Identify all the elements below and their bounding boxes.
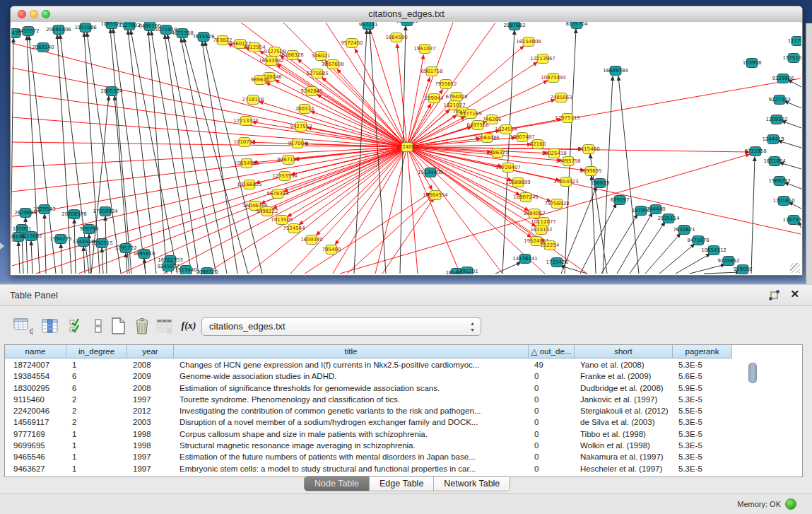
graph-node[interactable]: 2069140 [32, 43, 54, 52]
table-cell[interactable]: de Silva et al. (2003) [575, 416, 673, 428]
graph-node[interactable]: 17975115 [555, 114, 580, 123]
graph-node[interactable]: 9115460 [577, 145, 599, 154]
table-cell[interactable]: Tourette syndrome. Phenomenology and cla… [174, 394, 529, 405]
graph-node[interactable]: 9427552 [290, 122, 312, 132]
table-selector-dropdown[interactable]: citations_edges.txt ▲▼ [201, 317, 481, 336]
graph-node[interactable]: 9245652 [717, 257, 739, 266]
table-cell[interactable]: 1 [66, 463, 127, 474]
table-cell[interactable]: 22420046 [5, 405, 66, 416]
graph-node[interactable]: 9572400 [341, 39, 363, 48]
graph-node[interactable]: 280314 [295, 105, 314, 114]
table-cell[interactable]: Franke et al. (2009) [575, 370, 673, 382]
graph-node[interactable]: 17359924 [93, 207, 118, 216]
table-cell[interactable]: 6 [66, 382, 127, 394]
network-canvas[interactable]: 1943559435572206914020691406195108610653… [11, 22, 801, 274]
table-cell[interactable]: 1 [66, 451, 127, 462]
table-cell[interactable]: 9115460 [5, 394, 66, 405]
table-cell[interactable]: 5.3E-5 [673, 416, 732, 428]
graph-node[interactable]: 1575107 [782, 54, 801, 63]
table-cell[interactable]: 5.3E-5 [673, 451, 732, 462]
graph-node[interactable]: 10025418 [541, 149, 567, 158]
column-visibility-button[interactable] [40, 315, 61, 337]
delete-column-button[interactable] [131, 315, 153, 337]
graph-node[interactable]: 10807487 [510, 133, 535, 142]
table-cell[interactable]: Estimation of significance thresholds fo… [174, 382, 529, 394]
graph-node[interactable]: 1610539 [396, 22, 418, 26]
graph-node[interactable]: 12213967 [530, 54, 555, 64]
column-header-in-degree[interactable]: in_degree [66, 345, 127, 358]
table-row[interactable]: 946554611997Estimation of the future num… [5, 451, 732, 462]
table-cell[interactable]: 2008 [127, 382, 174, 394]
table-cell[interactable]: 5.3E-5 [673, 428, 732, 440]
graph-node[interactable]: 9699695 [579, 167, 601, 176]
table-cell[interactable]: Stergiakouli et al. (2012) [575, 405, 673, 416]
select-rows-button[interactable] [66, 315, 88, 337]
table-row[interactable]: 969969511998Structural magnetic resonanc… [5, 440, 732, 451]
graph-node[interactable]: 111753 [788, 37, 801, 46]
table-cell[interactable]: 9699695 [5, 440, 66, 451]
table-cell[interactable]: 2008 [127, 359, 174, 370]
window-titlebar[interactable]: citations_edges.txt [11, 6, 802, 23]
table-cell[interactable]: 18724007 [5, 359, 66, 370]
table-row[interactable]: 1830029562008Estimation of significance … [5, 382, 732, 394]
table-cell[interactable]: Nakamura et al. (1997) [575, 451, 673, 462]
column-header-name[interactable]: name [5, 345, 66, 358]
table-cell[interactable]: 2003 [127, 416, 174, 428]
table-cell[interactable]: Wolkin et al. (1998) [575, 440, 673, 451]
table-cell[interactable]: 9465546 [5, 451, 66, 462]
table-cell[interactable]: 5.3E-5 [673, 359, 732, 370]
graph-node[interactable]: 62160 [530, 140, 546, 149]
column-header-title[interactable]: title [174, 345, 529, 358]
graph-node[interactable]: 1913505 [271, 216, 293, 225]
graph-node[interactable]: 2005334 [100, 87, 123, 96]
graph-node[interactable]: 10654985 [234, 159, 259, 168]
graph-node[interactable]: 6794028 [445, 93, 467, 102]
graph-node[interactable]: 1701650 [772, 197, 794, 206]
vertical-scrollbar-thumb[interactable] [748, 363, 757, 383]
table-cell[interactable]: Embryonic stem cells: a model to study s… [174, 463, 529, 474]
table-cell[interactable]: 1997 [127, 451, 174, 462]
table-cell[interactable]: 0 [529, 463, 575, 474]
graph-node[interactable]: 153958 [743, 59, 762, 68]
graph-node[interactable]: 909758 [80, 225, 99, 234]
table-mode-button[interactable]: ⚙ [13, 315, 34, 337]
table-cell[interactable]: Changes of HCN gene expression and I(f) … [174, 359, 529, 370]
table-row[interactable]: 1456911722003Disruption of a novel membe… [5, 416, 732, 428]
table-cell[interactable]: 9463627 [5, 463, 66, 474]
graph-node[interactable]: 957231 [359, 22, 378, 30]
graph-node[interactable]: 2087682 [503, 22, 525, 30]
table-row[interactable]: 1938455462009Genome-wide association stu… [5, 370, 732, 382]
table-cell[interactable]: 1 [66, 440, 127, 451]
graph-node[interactable]: 79756928 [544, 199, 570, 209]
graph-node[interactable]: 1327802 [118, 22, 140, 30]
graph-node[interactable]: 1167534 [782, 216, 801, 225]
table-cell[interactable]: 0 [529, 394, 575, 405]
table-cell[interactable]: Investigating the contribution of common… [174, 405, 529, 416]
hidden-panel-toggle-icon[interactable] [0, 243, 4, 250]
graph-node[interactable]: 10654112 [701, 246, 726, 255]
graph-node[interactable]: 795400 [322, 245, 341, 255]
table-cell[interactable]: Yano et al. (2008) [575, 359, 673, 370]
graph-node[interactable]: 1594275 [49, 235, 71, 244]
table-cell[interactable]: 2012 [127, 405, 174, 416]
table-cell[interactable]: 2 [66, 405, 127, 416]
table-row[interactable]: 1872400712008Changes of HCN gene express… [5, 359, 732, 370]
graph-node[interactable]: 6961758 [420, 67, 442, 76]
graph-node[interactable]: 7632621 [673, 226, 695, 235]
window-resize-grip[interactable] [790, 263, 800, 273]
graph-node[interactable]: 8471676 [687, 236, 710, 245]
table-cell[interactable]: 5.3E-5 [673, 394, 732, 405]
graph-node[interactable]: 1929543 [33, 205, 55, 214]
graph-node[interactable]: 1664590 [385, 33, 407, 42]
column-header-short[interactable]: short [575, 345, 673, 358]
table-cell[interactable]: Hescheler et al. (1997) [575, 463, 673, 474]
table-row[interactable]: 946362711997Embryonic stem cells: a mode… [5, 463, 732, 474]
table-cell[interactable]: 2 [66, 394, 127, 405]
table-cell[interactable]: 1998 [127, 440, 174, 451]
tab-edge-table[interactable]: Edge Table [370, 477, 434, 491]
graph-node[interactable]: 2935114 [657, 214, 680, 223]
table-cell[interactable]: 1 [66, 428, 127, 440]
table-cell[interactable]: 0 [529, 405, 575, 416]
graph-node[interactable]: 19654923 [553, 177, 579, 187]
graph-node[interactable]: 8678334 [266, 189, 289, 199]
